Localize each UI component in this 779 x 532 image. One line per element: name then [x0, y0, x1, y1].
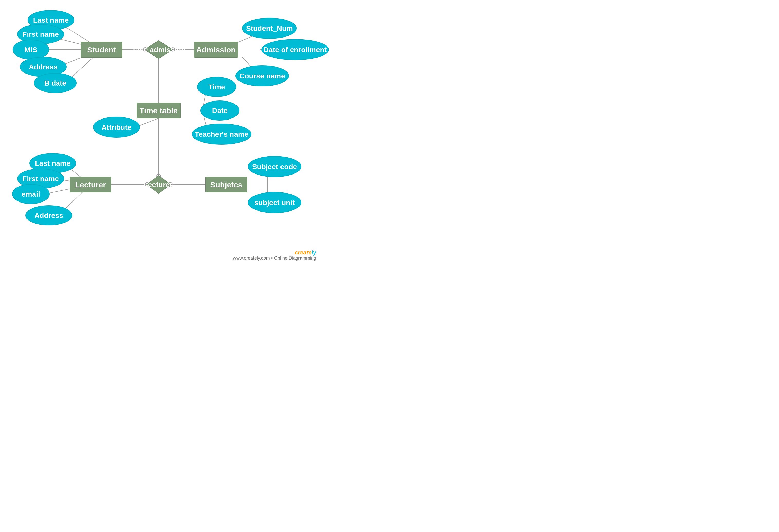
admission-label: Admission: [196, 46, 236, 54]
course-name-text: Course name: [239, 72, 285, 80]
last-name-student-text: Last name: [33, 16, 69, 24]
subjetcs-label: Subjetcs: [210, 181, 242, 189]
first-name-student-text: First name: [22, 30, 59, 38]
teachers-name-text: Teacher's name: [195, 130, 248, 138]
svg-line-15: [139, 118, 159, 126]
watermark-sub: www.creately.com • Online Diagramming: [233, 256, 316, 261]
subject-unit-text: subject unit: [254, 199, 295, 207]
watermark-brand: creately: [295, 249, 317, 256]
student-num-text: Student_Num: [246, 24, 293, 32]
take-admission-label: Take admission: [132, 46, 185, 54]
attribute-text: Attribute: [102, 123, 132, 131]
email-text: email: [21, 190, 40, 198]
lectures-label: Lectures: [144, 181, 174, 189]
address-lecturer-text: Address: [35, 211, 63, 219]
subject-code-text: Subject code: [252, 163, 297, 171]
date-text: Date: [212, 107, 228, 115]
address-student-text: Address: [29, 63, 58, 71]
timetable-label: Time table: [139, 107, 178, 115]
date-enrollment-text: Date of enrollment: [263, 46, 327, 54]
b-date-text: B date: [44, 79, 66, 87]
mis-text: MIS: [24, 46, 37, 54]
last-name-lecturer-text: Last name: [35, 159, 71, 167]
time-text: Time: [208, 83, 225, 91]
first-name-lecturer-text: First name: [22, 175, 59, 183]
student-label: Student: [87, 46, 116, 54]
lecturer-label: Lecturer: [75, 181, 106, 189]
